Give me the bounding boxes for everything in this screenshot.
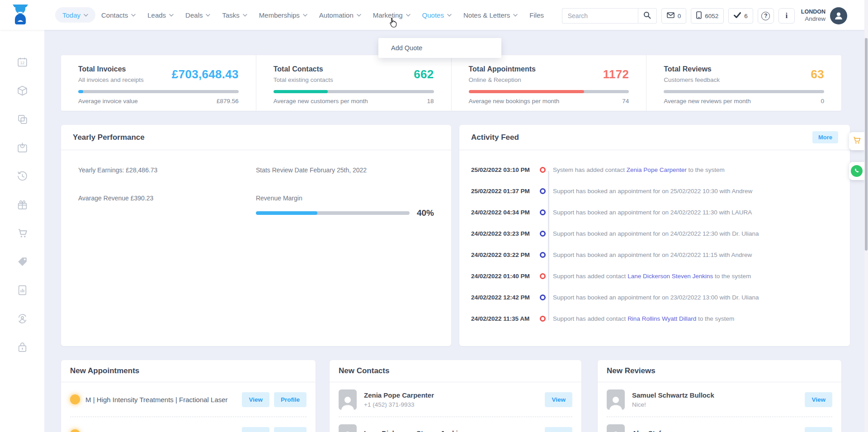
kpi-title: Total Invoices <box>78 65 144 73</box>
activity-text-before: Support has added contact <box>553 315 627 322</box>
nav-item-label: Marketing <box>373 11 403 19</box>
user-avatar[interactable] <box>830 7 847 24</box>
nav-menu-item[interactable]: Deals <box>179 7 216 23</box>
left-sidebar: 12 <box>0 30 44 432</box>
kpi-subtitle: All invoices and receipts <box>78 76 144 83</box>
nav-menu-item[interactable]: Contacts <box>95 7 142 23</box>
nav-item-label: Today <box>62 11 80 19</box>
timeline-marker-icon <box>540 273 546 279</box>
top-navigation-bar: Today Contacts Leads Deals <box>0 0 868 30</box>
yearly-performance-title: Yearly Performance <box>73 133 145 142</box>
view-button[interactable]: View <box>242 392 269 407</box>
cart-icon[interactable] <box>16 227 28 239</box>
activity-time: 24/02/2022 01:40 PM <box>459 273 532 280</box>
kpi-subtitle: Online & Reception <box>469 76 536 83</box>
info-button[interactable]: i <box>778 8 795 24</box>
nav-menu-item[interactable]: Notes & Letters <box>458 7 524 23</box>
search-button[interactable] <box>638 8 657 24</box>
reviewer-avatar <box>607 424 625 432</box>
profile-button[interactable]: Profile <box>274 427 307 432</box>
new-contacts-panel: New Contacts Zenia Pope Carpenter +1 (45… <box>330 360 581 432</box>
dropdown-item-add-quote[interactable]: Add Quote <box>378 40 501 56</box>
app-logo-icon[interactable] <box>12 5 29 25</box>
page-scrollbar[interactable] <box>864 0 868 432</box>
basket-icon[interactable] <box>16 142 28 153</box>
tasks-badge-button[interactable]: 6 <box>728 8 753 24</box>
help-button[interactable]: ? <box>758 8 774 24</box>
view-button[interactable]: View <box>242 427 269 432</box>
chevron-down-icon <box>169 14 174 17</box>
kpi-subtitle: Total existing contacts <box>274 76 333 83</box>
nav-menu-item[interactable]: Tasks <box>216 7 253 23</box>
revenue-margin-track <box>256 211 410 215</box>
nav-menu-item[interactable]: Today <box>55 7 95 23</box>
floating-cart-button[interactable] <box>849 132 864 150</box>
reviewer-avatar <box>607 389 625 410</box>
phone-badge-button[interactable]: 6052 <box>691 8 724 24</box>
view-button[interactable]: View <box>805 427 832 432</box>
revenue-margin-label: Revenue Margin <box>256 195 434 202</box>
chevron-down-icon <box>131 14 136 17</box>
lock-icon[interactable] <box>16 341 28 353</box>
activity-text: Support has booked an appointment for on… <box>553 188 752 195</box>
scrollbar-thumb[interactable] <box>865 38 868 251</box>
activity-more-button[interactable]: More <box>812 131 838 143</box>
activity-contact-link[interactable]: Lane Dickerson Steven Jenkins <box>627 273 713 280</box>
calendar-icon[interactable]: 12 <box>16 56 28 68</box>
view-button[interactable]: View <box>805 392 832 407</box>
history-icon[interactable] <box>16 170 28 182</box>
duplicate-squares-icon[interactable] <box>16 113 28 125</box>
appointment-list-item: Botox 3 Areas View Profile <box>70 417 307 432</box>
activity-contact-link[interactable]: Rina Rollins Wyatt Dillard <box>627 315 696 322</box>
activity-text-before: Support has booked an appointment for on… <box>553 252 752 258</box>
timeline-marker-icon <box>540 294 546 300</box>
activity-text-before: System has added contact <box>553 166 627 173</box>
tasks-count: 6 <box>744 13 748 19</box>
report-document-icon[interactable] <box>16 284 28 296</box>
chevron-down-icon <box>513 14 518 17</box>
view-button[interactable]: View <box>545 392 572 407</box>
nav-menu-item[interactable]: Files <box>524 7 550 23</box>
new-reviews-title: New Reviews <box>607 366 656 375</box>
new-appointments-panel: New Appointments M | High Intensity Trea… <box>61 360 316 432</box>
nav-menu-item[interactable]: Quotes <box>416 7 458 23</box>
activity-item: 25/02/2022 01:37 PM Support has booked a… <box>459 180 850 202</box>
contact-list-item: Zenia Pope Carpenter +1 (452) 371-9933 V… <box>339 382 572 417</box>
reviewer-name: Alex Stefan <box>632 429 805 432</box>
gift-icon[interactable] <box>16 199 28 210</box>
view-button[interactable]: View <box>545 427 572 432</box>
activity-text-after: to the system <box>696 315 734 322</box>
mail-badge-button[interactable]: 0 <box>661 8 687 24</box>
search-input[interactable] <box>562 8 638 24</box>
nav-menu-item[interactable]: Memberships <box>253 7 313 23</box>
activity-text: System has added contact Zenia Pope Carp… <box>553 166 725 173</box>
timeline-marker-icon <box>540 252 546 258</box>
tag-icon[interactable] <box>16 256 28 267</box>
contact-avatar <box>339 424 357 432</box>
nav-item-label: Leads <box>147 11 166 19</box>
nav-menu-item[interactable]: Automation <box>313 7 367 23</box>
activity-text-before: Support has added contact <box>553 273 627 280</box>
kpi-progress-fill <box>78 90 83 93</box>
cart-orange-icon <box>852 136 861 147</box>
floating-whatsapp-button[interactable] <box>849 162 864 180</box>
activity-feed-title: Activity Feed <box>471 133 519 142</box>
activity-contact-link[interactable]: Zenia Pope Carpenter <box>627 166 687 173</box>
contact-name: Zenia Pope Carpenter <box>364 391 545 399</box>
nav-menu-item[interactable]: Marketing <box>367 7 416 23</box>
nav-menu-item[interactable]: Leads <box>142 7 179 23</box>
kpi-footer-value: £879.56 <box>217 98 239 104</box>
kpi-progress-track <box>664 90 824 93</box>
nav-item-label: Tasks <box>222 11 239 19</box>
activity-timeline: 25/02/2022 03:10 PM System has added con… <box>459 150 850 329</box>
kpi-footer-label: Average new reviews per month <box>664 98 751 104</box>
appointment-label: M | High Intensity Treatments | Fraction… <box>85 396 242 404</box>
kpi-value: 662 <box>414 67 434 81</box>
products-box-icon[interactable] <box>16 85 28 96</box>
client-sync-icon[interactable] <box>16 313 28 324</box>
activity-time: 24/02/2022 04:34 PM <box>459 209 532 216</box>
chevron-down-icon <box>357 14 361 17</box>
activity-text: Support has booked an appointment for on… <box>553 252 752 258</box>
profile-button[interactable]: Profile <box>274 392 307 407</box>
mail-count: 0 <box>678 13 681 19</box>
